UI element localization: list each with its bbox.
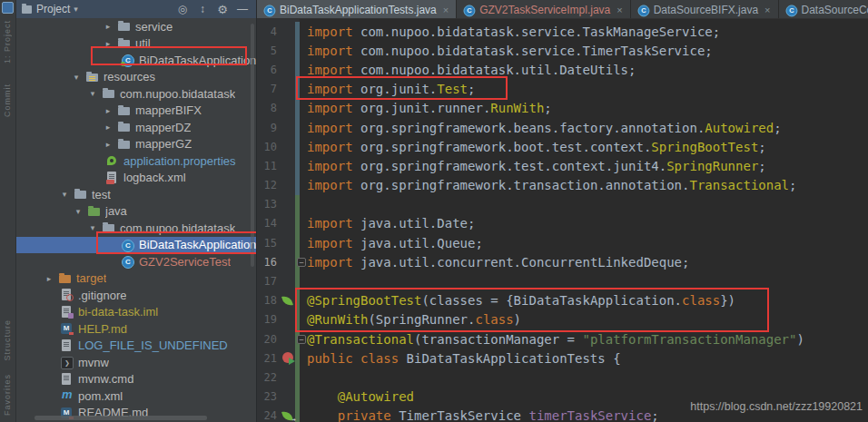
chevron-collapsed-icon[interactable]: ▸ — [103, 22, 113, 31]
code-line-10[interactable]: 10import org.springframework.boot.test.c… — [257, 137, 868, 156]
line-number: 9 — [257, 122, 281, 134]
editor-tab-gzv2taskserviceimpl-java[interactable]: GZV2TaskServiceImpl.java× — [457, 0, 630, 19]
tree-item-pom-xml[interactable]: pom.xml — [16, 388, 256, 405]
chevron-expanded-icon[interactable]: ▾ — [73, 207, 84, 216]
strip-label-commit[interactable]: Commit — [3, 83, 12, 117]
code-line-16[interactable]: 16−import java.util.concurrent.Concurren… — [257, 252, 868, 271]
line-number: 14 — [257, 217, 281, 230]
tree-item-logback-xml[interactable]: logback.xml — [16, 170, 256, 187]
code-line-20[interactable]: 20−@Transactional(transactionManager = "… — [257, 329, 868, 348]
code-line-13[interactable]: 13 — [257, 195, 868, 214]
code-area[interactable]: 4import com.nupoo.bidatatask.service.Tas… — [257, 19, 868, 422]
editor-tab-bar: BiDataTaskApplicationTests.java×GZV2Task… — [257, 0, 868, 19]
code-line-4[interactable]: 4import com.nupoo.bidatatask.service.Tas… — [257, 22, 868, 41]
code-line-6[interactable]: 6import com.nupoo.bidatatask.util.DateUt… — [257, 60, 868, 79]
gutter-slot — [281, 233, 295, 252]
chevron-expanded-icon[interactable]: ▾ — [59, 190, 70, 199]
tree-item-bi-data-task-iml[interactable]: bi-data-task.iml — [16, 304, 256, 321]
panel-title[interactable]: Project — [36, 3, 70, 15]
code-text: @RunWith(SpringRunner.class) — [300, 312, 521, 327]
tree-item-label: bi-data-task.iml — [78, 305, 158, 319]
chevron-expanded-icon[interactable]: ▾ — [71, 73, 82, 82]
chevron-expanded-icon[interactable]: ▾ — [87, 223, 98, 232]
tree-item-mapperdz[interactable]: ▸mapperDZ — [16, 119, 256, 136]
code-line-14[interactable]: 14import java.util.Date; — [257, 214, 868, 233]
chevron-collapsed-icon[interactable]: ▸ — [44, 274, 54, 283]
tree-item-gzv2servicetest[interactable]: GZV2ServiceTest — [16, 253, 256, 270]
editor-tab-datasourcebifx-java[interactable]: DataSourceBIFX.java× — [631, 0, 779, 19]
plain-file-icon — [60, 339, 74, 352]
chevron-down-icon[interactable]: ▾ — [74, 5, 78, 14]
tree-item-label: mapperBIFX — [135, 103, 202, 117]
tree-item-java[interactable]: ▾java — [16, 203, 256, 221]
project-toolwindow-icon[interactable] — [2, 2, 14, 14]
tree-item-label: service — [135, 20, 173, 34]
tree-item-label: .gitignore — [78, 289, 126, 302]
code-line-8[interactable]: 8import org.junit.runner.RunWith; — [257, 99, 868, 118]
tree-item-help-md[interactable]: HELP.md — [16, 320, 256, 338]
strip-label-favorites[interactable]: Favorites — [3, 374, 12, 416]
close-icon[interactable]: × — [764, 5, 770, 15]
code-line-11[interactable]: 11import org.springframework.test.contex… — [257, 156, 868, 175]
tree-item-gitignore[interactable]: .gitignore — [16, 287, 256, 304]
tree-item-bidatataskapplication[interactable]: BiDataTaskApplication — [16, 52, 256, 69]
tree-item-bidatataskapplicationtests[interactable]: BiDataTaskApplicationTests — [16, 237, 256, 254]
vcs-change-marker — [295, 195, 300, 214]
tree-item-service[interactable]: ▸service — [16, 18, 256, 35]
code-line-5[interactable]: 5import com.nupoo.bidatatask.service.Tim… — [257, 41, 868, 60]
locate-icon[interactable]: ◎ — [173, 3, 192, 15]
tree-item-label: mapperGZ — [135, 137, 192, 151]
editor-tab-datasourceconfi[interactable]: DataSourceConfi× — [779, 0, 868, 19]
code-line-18[interactable]: 18@SpringBootTest(classes = {BiDataTaskA… — [257, 291, 868, 310]
code-line-17[interactable]: 17 — [257, 271, 868, 290]
project-panel: Project ▾ ◎ ↕ ⚙ — ▸service▸utilBiDataTas… — [16, 0, 257, 422]
tree-item-util[interactable]: ▸util — [16, 35, 256, 53]
spring-leaf-icon[interactable] — [281, 295, 293, 307]
project-horizontal-scrollbar[interactable] — [35, 416, 207, 420]
strip-label-project[interactable]: 1: Project — [3, 20, 12, 64]
tree-item-mvnw-cmd[interactable]: mvnw.cmd — [16, 371, 256, 388]
line-number: 8 — [257, 102, 281, 114]
code-line-7[interactable]: 7import org.junit.Test; — [257, 80, 868, 99]
tree-item-target[interactable]: ▸target — [16, 270, 256, 288]
tree-item-mvnw[interactable]: mvnw — [16, 354, 256, 371]
code-line-9[interactable]: 9import org.springframework.beans.factor… — [257, 118, 868, 137]
tree-item-mappergz[interactable]: ▸mapperGZ — [16, 136, 256, 153]
settings-gear-icon[interactable]: ⚙ — [212, 3, 232, 16]
tree-item-com-nupoo-bidatatask[interactable]: ▾com.nupoo.bidatatask — [16, 220, 256, 237]
class-icon — [121, 255, 134, 268]
chevron-collapsed-icon[interactable]: ▸ — [103, 140, 113, 149]
tree-item-label: resources — [104, 70, 155, 83]
tree-item-test[interactable]: ▾test — [16, 186, 256, 203]
chevron-collapsed-icon[interactable]: ▸ — [103, 123, 113, 132]
run-test-icon[interactable] — [282, 352, 293, 363]
vcs-change-marker — [295, 368, 300, 387]
maven-file-icon — [60, 389, 74, 402]
fold-marker-icon[interactable]: − — [297, 258, 306, 267]
spring-bean-icon[interactable] — [281, 410, 293, 422]
fold-marker-icon[interactable]: − — [297, 335, 306, 344]
tree-item-com-nupoo-bidatatask[interactable]: ▾com.nupoo.bidatatask — [16, 85, 256, 103]
tree-item-mapperbifx[interactable]: ▸mapperBIFX — [16, 103, 256, 120]
code-text: import org.springframework.boot.test.con… — [300, 140, 766, 154]
editor-tab-bidatataskapplicationtests-java[interactable]: BiDataTaskApplicationTests.java× — [257, 0, 457, 19]
chevron-expanded-icon[interactable]: ▾ — [87, 89, 98, 98]
code-line-19[interactable]: 19@RunWith(SpringRunner.class) — [257, 310, 868, 329]
chevron-collapsed-icon[interactable]: ▸ — [103, 106, 113, 115]
code-line-15[interactable]: 15import java.util.Queue; — [257, 233, 868, 252]
close-icon[interactable]: × — [443, 5, 449, 15]
strip-label-structure[interactable]: Structure — [3, 319, 12, 361]
project-vertical-scrollbar[interactable] — [251, 24, 254, 267]
code-line-12[interactable]: 12import org.springframework.transaction… — [257, 176, 868, 195]
tree-item-log-file-is-undefined[interactable]: LOG_FILE_IS_UNDEFINED — [16, 338, 256, 355]
tree-item-application-properties[interactable]: application.properties — [16, 152, 256, 170]
code-line-22[interactable]: 22 — [257, 368, 868, 387]
collapse-all-icon[interactable]: ↕ — [192, 3, 212, 15]
code-line-21[interactable]: 21public class BiDataTaskApplicationTest… — [257, 348, 868, 368]
hide-panel-icon[interactable]: — — [232, 3, 252, 15]
tree-item-resources[interactable]: ▾resources — [16, 69, 256, 86]
close-icon[interactable]: × — [616, 5, 622, 15]
project-panel-header: Project ▾ ◎ ↕ ⚙ — — [16, 0, 256, 18]
gutter-slot — [281, 176, 295, 195]
chevron-collapsed-icon[interactable]: ▸ — [103, 39, 113, 48]
